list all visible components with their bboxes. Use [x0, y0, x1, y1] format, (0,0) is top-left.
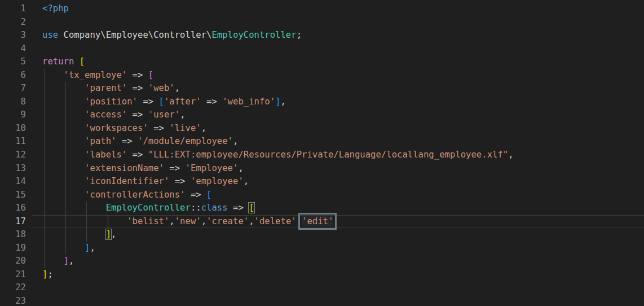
code-line[interactable]: 22	[0, 281, 644, 295]
code-line[interactable]: 23	[0, 295, 644, 306]
code-token: 'iconIdentifier'	[85, 176, 169, 186]
code-token: class	[201, 203, 228, 213]
line-number: 1	[0, 2, 26, 16]
code-token: EmployController	[211, 30, 296, 40]
code-token: ,	[281, 97, 286, 107]
code-line[interactable]: 8 'position' => ['after' => 'web_info'],	[0, 95, 644, 109]
line-number: 22	[0, 281, 26, 295]
code-line[interactable]: 6 'tx_employe' => [	[0, 69, 644, 82]
code-token: 'delete'	[254, 216, 297, 226]
edit-highlight-box: 'edit'	[302, 216, 333, 226]
code-line[interactable]: 17 'belist','new','create','delete','edi…	[0, 215, 644, 229]
code-token: =>	[138, 97, 159, 107]
code-token: ;	[47, 269, 52, 279]
code-text: EmployController::class => [	[42, 202, 254, 215]
code-token: 'web'	[148, 83, 175, 93]
code-token: 'labels'	[85, 150, 127, 160]
code-token: =>	[186, 190, 207, 200]
code-token: =>	[116, 136, 138, 146]
code-token: 'web_info'	[222, 97, 275, 107]
code-editor[interactable]: 1<?php23use Company\Employee\Controller\…	[0, 0, 644, 306]
line-number: 6	[0, 69, 26, 82]
code-token: ,	[297, 216, 302, 226]
code-token	[42, 256, 64, 266]
code-line[interactable]: 5return [	[0, 55, 644, 69]
code-line[interactable]: 16 EmployController::class => [	[0, 202, 644, 215]
code-token	[42, 229, 106, 239]
code-token: [	[206, 190, 211, 200]
code-token: 'workspaces'	[85, 123, 148, 133]
code-line[interactable]: 1<?php	[0, 2, 644, 16]
line-number: 8	[0, 95, 26, 109]
code-token: ,	[201, 216, 206, 226]
code-line[interactable]: 9 'access' => 'user',	[0, 108, 644, 122]
bracket-match-highlight: [	[249, 203, 254, 213]
code-token: ,	[244, 176, 249, 186]
line-number: 19	[0, 242, 26, 255]
code-line[interactable]: 19 ],	[0, 242, 644, 255]
code-token: =>	[127, 70, 148, 80]
code-token: 'controllerActions'	[85, 190, 185, 200]
code-text: 'access' => 'user',	[42, 108, 186, 122]
code-text: <?php	[42, 2, 69, 16]
line-number: 7	[0, 82, 26, 95]
code-text: ];	[42, 268, 53, 282]
code-line[interactable]: 7 'parent' => 'web',	[0, 82, 644, 95]
line-number: 20	[0, 255, 26, 268]
code-token: ]	[42, 269, 47, 279]
code-token: ,	[180, 110, 185, 120]
code-token: ,	[90, 243, 95, 253]
code-token	[42, 150, 85, 160]
code-text: 'position' => ['after' => 'web_info'],	[42, 95, 286, 109]
code-text: 'iconIdentifier' => 'employee',	[42, 175, 249, 189]
code-line[interactable]: 2	[0, 16, 644, 29]
code-token: [	[159, 97, 164, 107]
editor-viewport: { "editor": { "language": "php", "active…	[0, 0, 644, 306]
code-line[interactable]: 14 'iconIdentifier' => 'employee',	[0, 175, 644, 189]
code-line[interactable]: 20 ],	[0, 255, 644, 268]
code-token: 'extensionName'	[85, 163, 164, 173]
code-token: EmployController	[106, 203, 191, 213]
code-line[interactable]: 12 'labels' => "LLL:EXT:employee/Resourc…	[0, 148, 644, 162]
bracket-match-highlight: ]	[106, 229, 111, 239]
code-text: 'extensionName' => 'Employee',	[42, 162, 244, 176]
code-token	[42, 176, 85, 186]
code-line[interactable]: 10 'workspaces' => 'live',	[0, 122, 644, 135]
code-token: =>	[164, 163, 186, 173]
code-token: =>	[127, 110, 148, 120]
code-line[interactable]: 11 'path' => '/module/employee',	[0, 135, 644, 148]
code-token: ,	[111, 229, 116, 239]
code-token: ,	[175, 83, 180, 93]
code-text: ],	[42, 228, 116, 242]
code-line[interactable]: 4	[0, 42, 644, 56]
line-number: 10	[0, 122, 26, 135]
code-text: 'tx_employe' => [	[42, 69, 153, 82]
code-line[interactable]: 15 'controllerActions' => [	[0, 189, 644, 202]
line-number: 21	[0, 268, 26, 282]
line-number: 9	[0, 108, 26, 122]
line-number: 5	[0, 55, 26, 69]
code-token: ::	[191, 203, 201, 213]
line-number: 17	[0, 215, 26, 229]
code-text: 'workspaces' => 'live',	[42, 122, 206, 135]
code-token	[42, 216, 127, 226]
code-line[interactable]: 18 ],	[0, 228, 644, 242]
code-text: 'belist','new','create','delete','edit'	[42, 215, 333, 229]
code-token	[74, 56, 79, 67]
code-token: ]	[85, 243, 90, 253]
code-text: 'labels' => "LLL:EXT:employee/Resources/…	[42, 148, 514, 162]
code-token: 'user'	[148, 110, 180, 120]
code-token	[42, 163, 85, 173]
code-token: =>	[127, 83, 148, 93]
line-number: 2	[0, 16, 26, 29]
code-line[interactable]: 3use Company\Employee\Controller\EmployC…	[0, 29, 644, 42]
code-token: =>	[169, 176, 191, 186]
code-token: [	[80, 56, 85, 67]
code-token: ,	[169, 216, 174, 226]
code-token: ,	[249, 216, 254, 226]
code-line[interactable]: 21];	[0, 268, 644, 282]
code-token: 'new'	[175, 216, 201, 226]
code-line[interactable]: 13 'extensionName' => 'Employee',	[0, 162, 644, 176]
code-token: ;	[297, 30, 302, 40]
code-text: 'controllerActions' => [	[42, 189, 211, 202]
